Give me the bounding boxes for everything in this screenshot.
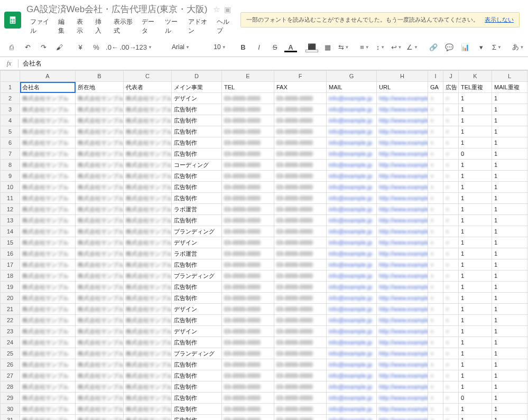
cell-K27[interactable]: 1 (459, 370, 492, 381)
cell-C20[interactable]: 株式会社サンプル (124, 293, 172, 304)
cell-J18[interactable]: ○ (443, 270, 459, 282)
print-button[interactable]: ⎙ (4, 41, 19, 53)
italic-button[interactable]: I (252, 41, 266, 53)
cell-H6[interactable]: http://www.example (377, 137, 428, 148)
cell-G13[interactable]: info@example.jp (327, 215, 377, 226)
cell-H5[interactable]: http://www.example (377, 126, 428, 137)
cell-H8[interactable]: http://www.example (377, 160, 428, 171)
cell-I16[interactable]: ○ (428, 248, 443, 259)
cell-J8[interactable]: ○ (443, 160, 459, 171)
cell-L31[interactable]: 1 (492, 415, 527, 421)
cell-I2[interactable]: ○ (428, 93, 443, 104)
cell-E19[interactable]: 03-0000-0000 (222, 282, 274, 293)
cell-K5[interactable]: 1 (459, 126, 492, 137)
cell-G3[interactable]: info@example.jp (327, 104, 377, 115)
cell-B4[interactable]: 株式会社サンプル (76, 115, 124, 126)
cell-D18[interactable]: ブランディング (172, 270, 222, 282)
cell-B7[interactable]: 株式会社サンプル (76, 148, 124, 160)
spreadsheet-grid[interactable]: ABCDEFGHIJKLM 1会社名所在地代表者メイン事業TELFAXMAILU… (0, 70, 528, 420)
cell-G25[interactable]: info@example.jp (327, 348, 377, 359)
cell-G12[interactable]: info@example.jp (327, 204, 377, 215)
filter-button[interactable]: ▾ (474, 41, 488, 53)
cell-I6[interactable]: ○ (428, 137, 443, 148)
cell-E22[interactable]: 03-0000-0000 (222, 315, 274, 326)
cell-F11[interactable]: 03-0000-0000 (274, 193, 327, 204)
cell-F29[interactable]: 03-0000-0000 (274, 393, 327, 404)
select-all-corner[interactable] (1, 71, 20, 82)
font-family-select[interactable]: Arial▼ (158, 41, 204, 53)
cell-G1[interactable]: MAIL (327, 82, 377, 93)
cell-D11[interactable]: 広告制作 (172, 193, 222, 204)
cell-B24[interactable]: 株式会社サンプル (76, 337, 124, 348)
row-header-12[interactable]: 12 (1, 204, 20, 215)
cell-J13[interactable]: ○ (443, 215, 459, 226)
cell-B11[interactable]: 株式会社サンプル (76, 193, 124, 204)
cell-F24[interactable]: 03-0000-0000 (274, 337, 327, 348)
cell-I18[interactable]: ○ (428, 270, 443, 282)
cell-H9[interactable]: http://www.example (377, 171, 428, 182)
cell-D1[interactable]: メイン事業 (172, 82, 222, 93)
cell-I13[interactable]: ○ (428, 215, 443, 226)
cell-E11[interactable]: 03-0000-0000 (222, 193, 274, 204)
cell-F13[interactable]: 03-0000-0000 (274, 215, 327, 226)
cell-B21[interactable]: 株式会社サンプル (76, 304, 124, 315)
cell-I9[interactable]: ○ (428, 171, 443, 182)
cell-L27[interactable]: 1 (492, 370, 527, 381)
cell-J31[interactable]: ○ (443, 415, 459, 421)
cell-G7[interactable]: info@example.jp (327, 148, 377, 160)
cell-B30[interactable]: 株式会社サンプル (76, 404, 124, 415)
cell-I1[interactable]: GA (428, 82, 443, 93)
cell-B19[interactable]: 株式会社サンプル (76, 282, 124, 293)
cell-G5[interactable]: info@example.jp (327, 126, 377, 137)
row-header-8[interactable]: 8 (1, 160, 20, 171)
cell-B20[interactable]: 株式会社サンプル (76, 293, 124, 304)
cell-G20[interactable]: info@example.jp (327, 293, 377, 304)
cell-C24[interactable]: 株式会社サンプル (124, 337, 172, 348)
cell-L11[interactable]: 1 (492, 193, 527, 204)
insert-link-button[interactable]: 🔗 (426, 41, 441, 53)
cell-E5[interactable]: 03-0000-0000 (222, 126, 274, 137)
row-header-20[interactable]: 20 (1, 293, 20, 304)
cell-E10[interactable]: 03-0000-0000 (222, 182, 274, 193)
col-header-H[interactable]: H (377, 71, 428, 82)
cell-K2[interactable]: 1 (459, 93, 492, 104)
cell-A5[interactable]: 株式会社サンプル (20, 126, 76, 137)
cell-H20[interactable]: http://www.example (377, 293, 428, 304)
cell-G22[interactable]: info@example.jp (327, 315, 377, 326)
cell-G24[interactable]: info@example.jp (327, 337, 377, 348)
cell-B3[interactable]: 株式会社サンプル (76, 104, 124, 115)
col-header-A[interactable]: A (20, 71, 76, 82)
cell-L8[interactable]: 1 (492, 160, 527, 171)
vertical-align-button[interactable]: ↕▼ (373, 41, 388, 53)
cell-F7[interactable]: 03-0000-0000 (274, 148, 327, 160)
row-header-6[interactable]: 6 (1, 137, 20, 148)
row-header-7[interactable]: 7 (1, 148, 20, 160)
cell-L23[interactable]: 1 (492, 326, 527, 337)
cell-H23[interactable]: http://www.example (377, 326, 428, 337)
cell-F31[interactable]: 03-0000-0000 (274, 415, 327, 421)
cell-H10[interactable]: http://www.example (377, 182, 428, 193)
cell-H22[interactable]: http://www.example (377, 315, 428, 326)
cell-J30[interactable]: ○ (443, 404, 459, 415)
cell-C4[interactable]: 株式会社サンプル (124, 115, 172, 126)
cell-H12[interactable]: http://www.example (377, 204, 428, 215)
cell-F26[interactable]: 03-0000-0000 (274, 359, 327, 370)
cell-C23[interactable]: 株式会社サンプル (124, 326, 172, 337)
cell-G31[interactable]: info@example.jp (327, 415, 377, 421)
cell-A20[interactable]: 株式会社サンプル (20, 293, 76, 304)
cell-A22[interactable]: 株式会社サンプル (20, 315, 76, 326)
cell-D7[interactable]: 広告制作 (172, 148, 222, 160)
cell-K16[interactable]: 1 (459, 248, 492, 259)
cell-G27[interactable]: info@example.jp (327, 370, 377, 381)
cell-J17[interactable]: ○ (443, 259, 459, 270)
cell-D15[interactable]: デザイン (172, 237, 222, 248)
cell-A8[interactable]: 株式会社サンプル (20, 160, 76, 171)
cell-G18[interactable]: info@example.jp (327, 270, 377, 282)
row-header-14[interactable]: 14 (1, 226, 20, 237)
cell-L12[interactable]: 1 (492, 204, 527, 215)
row-header-30[interactable]: 30 (1, 404, 20, 415)
cell-D4[interactable]: 広告制作 (172, 115, 222, 126)
cell-J23[interactable]: ○ (443, 326, 459, 337)
cell-L25[interactable]: 1 (492, 348, 527, 359)
col-header-J[interactable]: J (443, 71, 459, 82)
